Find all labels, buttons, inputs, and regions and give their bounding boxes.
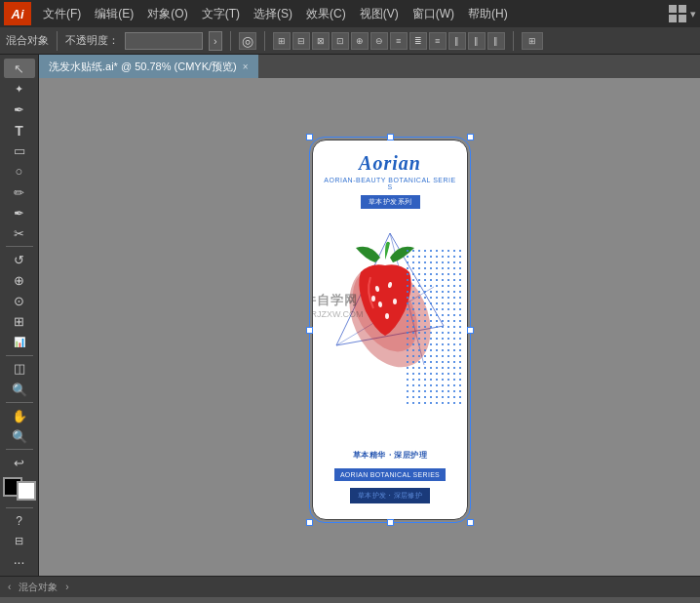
tool-sep-2 <box>6 355 33 356</box>
paintbrush-tool[interactable]: ✒ <box>4 203 35 222</box>
more-tools-btn[interactable]: ··· <box>4 552 35 572</box>
pencil-tool[interactable]: ✏ <box>4 182 35 202</box>
eyedropper-tool[interactable]: 🔍 <box>4 380 35 399</box>
handle-bot-mid[interactable] <box>387 519 394 526</box>
status-right-arrow[interactable]: › <box>65 582 68 592</box>
distribute-center-v-btn[interactable]: ‖ <box>468 32 486 50</box>
blend-label: 混合对象 <box>6 33 49 48</box>
symbol-sprayer-tool[interactable]: ⊞ <box>4 312 35 332</box>
recolor-icon[interactable]: ◎ <box>239 32 256 50</box>
options-toolbar: 混合对象 不透明度： › ◎ ⊞ ⊟ ⊠ ⊡ ⊕ ⊖ ≡ ≣ ≡ ‖ ‖ ‖ ⊞ <box>0 27 700 55</box>
distribute-center-h-btn[interactable]: ≣ <box>409 32 427 50</box>
bottom-box-2: 草本护发・深层修护 <box>350 488 430 503</box>
rect-tool[interactable]: ▭ <box>4 141 35 161</box>
distribute-bottom-btn[interactable]: ‖ <box>487 32 505 50</box>
align-center-h-btn[interactable]: ⊟ <box>292 32 310 50</box>
artboard-tool[interactable]: ⊟ <box>4 532 35 551</box>
document-tab[interactable]: 洗发水贴纸.ai* @ 50.78% (CMYK/预览) × <box>39 55 258 78</box>
select-tool[interactable]: ↖ <box>4 59 35 78</box>
handle-top-left[interactable] <box>306 134 313 141</box>
product-title: Aorian <box>323 152 457 175</box>
tab-title: 洗发水贴纸.ai* @ 50.78% (CMYK/预览) <box>49 60 237 74</box>
workspace-arrow[interactable]: ▾ <box>690 8 696 20</box>
align-left-btn[interactable]: ⊞ <box>273 32 291 50</box>
color-picker[interactable] <box>3 477 36 501</box>
opacity-arrow-btn[interactable]: › <box>209 31 222 51</box>
separator-1 <box>57 31 58 51</box>
align-right-btn[interactable]: ⊠ <box>312 32 330 50</box>
handle-mid-right[interactable] <box>467 327 474 334</box>
undo-btn[interactable]: ↩ <box>4 453 35 472</box>
canvas-area[interactable]: 洗发水贴纸.ai* @ 50.78% (CMYK/预览) × <box>39 55 700 576</box>
distribute-right-btn[interactable]: ≡ <box>429 32 447 50</box>
warp-tool[interactable]: ⊙ <box>4 292 35 311</box>
menu-object[interactable]: 对象(O) <box>141 4 193 24</box>
menu-window[interactable]: 窗口(W) <box>407 4 460 24</box>
grid-cell-1 <box>669 5 677 13</box>
direct-select-tool[interactable]: ✦ <box>4 79 35 99</box>
scale-tool[interactable]: ⊕ <box>4 270 35 290</box>
strawberry-composition <box>327 228 453 394</box>
ellipse-tool[interactable]: ○ <box>4 162 35 181</box>
status-text: 混合对象 <box>19 581 58 594</box>
grid-cell-3 <box>669 15 677 22</box>
align-buttons: ⊞ ⊟ ⊠ ⊡ ⊕ ⊖ ≡ ≣ ≡ ‖ ‖ ‖ <box>273 32 505 50</box>
svg-point-10 <box>371 296 375 302</box>
handle-top-mid[interactable] <box>387 134 394 141</box>
gradient-tool[interactable]: ◫ <box>4 359 35 379</box>
status-left-arrow[interactable]: ‹ <box>8 582 11 592</box>
tab-bar: 洗发水贴纸.ai* @ 50.78% (CMYK/预览) × <box>39 55 700 78</box>
align-bottom-btn[interactable]: ⊖ <box>370 32 388 50</box>
separator-4 <box>513 31 514 51</box>
scissors-tool[interactable]: ✂ <box>4 223 35 243</box>
handle-bot-left[interactable] <box>306 519 313 526</box>
product-title-area: Aorian AORIAN-BEAUTY BOTANICAL SERIES 草本… <box>323 152 457 209</box>
tool-sep-1 <box>6 246 33 247</box>
menu-select[interactable]: 选择(S) <box>248 4 298 24</box>
zoom-tool[interactable]: 🔍 <box>4 426 35 446</box>
handle-top-right[interactable] <box>467 134 474 141</box>
workspace-switcher-icon[interactable] <box>669 5 686 22</box>
menu-type[interactable]: 文字(T) <box>196 4 246 24</box>
hand-tool[interactable]: ✋ <box>4 406 35 425</box>
distribute-top-btn[interactable]: ‖ <box>448 32 466 50</box>
handle-mid-left[interactable] <box>306 327 313 334</box>
svg-point-9 <box>385 313 389 319</box>
menu-bar: Ai 文件(F) 编辑(E) 对象(O) 文字(T) 选择(S) 效果(C) 视… <box>0 0 700 27</box>
menu-file[interactable]: 文件(F) <box>37 4 87 24</box>
artboard[interactable]: Aorian AORIAN-BEAUTY BOTANICAL SERIES 草本… <box>312 140 468 520</box>
svg-point-7 <box>393 299 397 304</box>
tool-sep-3 <box>6 402 33 403</box>
type-tool[interactable]: T <box>4 120 35 140</box>
left-toolbar: ↖ ✦ ✒ T ▭ ○ ✏ ✒ ✂ ↺ ⊕ ⊙ ⊞ 📊 ◫ 🔍 ✋ 🔍 ↩ ? … <box>0 55 39 576</box>
rotate-tool[interactable]: ↺ <box>4 250 35 269</box>
menu-edit[interactable]: 编辑(E) <box>89 4 139 24</box>
column-graph-tool[interactable]: 📊 <box>4 333 35 352</box>
separator-2 <box>230 31 231 51</box>
pen-tool[interactable]: ✒ <box>4 100 35 119</box>
distribute-spacing-btn[interactable]: ⊞ <box>522 32 543 50</box>
product-subtitle: AORIAN-BEAUTY BOTANICAL SERIES <box>323 177 457 190</box>
menu-right-area: ▾ <box>669 5 696 22</box>
opacity-input[interactable] <box>125 32 203 50</box>
bottom-section: 草本精华・深层护理 AORIAN BOTANICAL SERIES 草本护发・深… <box>323 450 457 503</box>
artboard-content: Aorian AORIAN-BEAUTY BOTANICAL SERIES 草本… <box>313 141 467 519</box>
align-top-btn[interactable]: ⊡ <box>331 32 349 50</box>
status-bar: ‹ 混合对象 › <box>0 576 700 597</box>
product-promo-box: 草本护发系列 <box>361 195 420 209</box>
distribute-left-btn[interactable]: ≡ <box>390 32 408 50</box>
menu-effect[interactable]: 效果(C) <box>300 4 352 24</box>
menu-view[interactable]: 视图(V) <box>354 4 405 24</box>
blue-dots-pattern <box>405 248 463 404</box>
middle-image-area <box>318 214 462 409</box>
tab-close-btn[interactable]: × <box>243 61 249 72</box>
handle-bot-right[interactable] <box>467 519 474 526</box>
opacity-label: 不透明度： <box>65 33 119 48</box>
tool-sep-4 <box>6 449 33 450</box>
separator-3 <box>264 31 265 51</box>
bottom-box-1: AORIAN BOTANICAL SERIES <box>334 468 446 481</box>
menu-help[interactable]: 帮助(H) <box>462 4 514 24</box>
help-btn[interactable]: ? <box>4 511 35 531</box>
align-center-v-btn[interactable]: ⊕ <box>351 32 369 50</box>
background-color[interactable] <box>17 481 36 501</box>
